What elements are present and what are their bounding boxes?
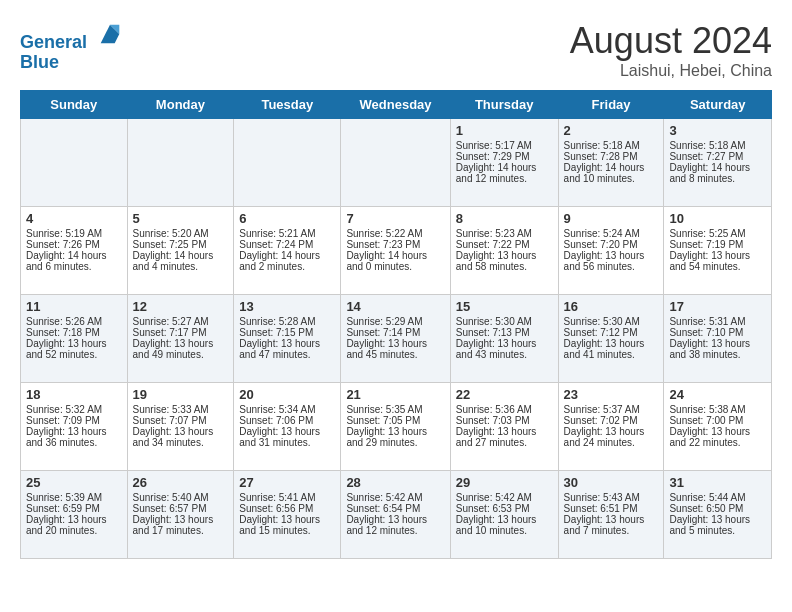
day-detail: Sunset: 6:51 PM (564, 503, 659, 514)
day-detail: Sunrise: 5:33 AM (133, 404, 229, 415)
day-detail: and 41 minutes. (564, 349, 659, 360)
day-detail: and 34 minutes. (133, 437, 229, 448)
day-detail: and 22 minutes. (669, 437, 766, 448)
day-number: 17 (669, 299, 766, 314)
calendar-cell (127, 119, 234, 207)
day-detail: Sunset: 6:53 PM (456, 503, 553, 514)
day-detail: and 4 minutes. (133, 261, 229, 272)
day-detail: and 56 minutes. (564, 261, 659, 272)
calendar-week-row: 4Sunrise: 5:19 AMSunset: 7:26 PMDaylight… (21, 207, 772, 295)
day-detail: Daylight: 13 hours (239, 338, 335, 349)
day-detail: Sunrise: 5:17 AM (456, 140, 553, 151)
day-detail: Sunrise: 5:19 AM (26, 228, 122, 239)
day-number: 15 (456, 299, 553, 314)
calendar-cell: 18Sunrise: 5:32 AMSunset: 7:09 PMDayligh… (21, 383, 128, 471)
logo: General Blue (20, 20, 124, 73)
day-detail: Sunset: 7:02 PM (564, 415, 659, 426)
day-detail: and 20 minutes. (26, 525, 122, 536)
day-number: 20 (239, 387, 335, 402)
calendar-cell: 2Sunrise: 5:18 AMSunset: 7:28 PMDaylight… (558, 119, 664, 207)
day-detail: Sunrise: 5:37 AM (564, 404, 659, 415)
calendar-cell: 31Sunrise: 5:44 AMSunset: 6:50 PMDayligh… (664, 471, 772, 559)
day-number: 12 (133, 299, 229, 314)
day-detail: Daylight: 14 hours (346, 250, 444, 261)
day-detail: Sunrise: 5:18 AM (669, 140, 766, 151)
day-detail: Sunset: 7:22 PM (456, 239, 553, 250)
day-detail: Sunset: 7:06 PM (239, 415, 335, 426)
calendar-cell: 8Sunrise: 5:23 AMSunset: 7:22 PMDaylight… (450, 207, 558, 295)
day-detail: Sunrise: 5:23 AM (456, 228, 553, 239)
day-detail: Daylight: 14 hours (564, 162, 659, 173)
location: Laishui, Hebei, China (570, 62, 772, 80)
day-detail: Sunset: 7:03 PM (456, 415, 553, 426)
calendar-cell: 1Sunrise: 5:17 AMSunset: 7:29 PMDaylight… (450, 119, 558, 207)
day-detail: Daylight: 13 hours (346, 514, 444, 525)
day-detail: and 47 minutes. (239, 349, 335, 360)
calendar-week-row: 11Sunrise: 5:26 AMSunset: 7:18 PMDayligh… (21, 295, 772, 383)
day-detail: Sunset: 7:17 PM (133, 327, 229, 338)
day-detail: Daylight: 13 hours (456, 338, 553, 349)
calendar-cell: 5Sunrise: 5:20 AMSunset: 7:25 PMDaylight… (127, 207, 234, 295)
calendar-cell: 16Sunrise: 5:30 AMSunset: 7:12 PMDayligh… (558, 295, 664, 383)
day-detail: Daylight: 14 hours (133, 250, 229, 261)
day-detail: Daylight: 13 hours (669, 426, 766, 437)
day-detail: Daylight: 14 hours (26, 250, 122, 261)
day-detail: Sunset: 6:54 PM (346, 503, 444, 514)
day-detail: and 54 minutes. (669, 261, 766, 272)
logo-icon (96, 20, 124, 48)
day-detail: and 12 minutes. (346, 525, 444, 536)
day-detail: Daylight: 13 hours (133, 514, 229, 525)
day-detail: Sunrise: 5:34 AM (239, 404, 335, 415)
day-detail: Sunrise: 5:29 AM (346, 316, 444, 327)
month-year: August 2024 (570, 20, 772, 62)
day-detail: Sunrise: 5:40 AM (133, 492, 229, 503)
calendar-cell: 20Sunrise: 5:34 AMSunset: 7:06 PMDayligh… (234, 383, 341, 471)
day-detail: Sunset: 7:12 PM (564, 327, 659, 338)
calendar-week-row: 1Sunrise: 5:17 AMSunset: 7:29 PMDaylight… (21, 119, 772, 207)
day-detail: and 10 minutes. (456, 525, 553, 536)
day-detail: Daylight: 13 hours (26, 338, 122, 349)
day-detail: and 0 minutes. (346, 261, 444, 272)
day-detail: Sunrise: 5:21 AM (239, 228, 335, 239)
day-number: 30 (564, 475, 659, 490)
day-detail: Daylight: 13 hours (456, 514, 553, 525)
calendar-cell: 29Sunrise: 5:42 AMSunset: 6:53 PMDayligh… (450, 471, 558, 559)
day-detail: Sunset: 7:10 PM (669, 327, 766, 338)
day-detail: Sunset: 6:56 PM (239, 503, 335, 514)
calendar-table: SundayMondayTuesdayWednesdayThursdayFrid… (20, 90, 772, 559)
day-detail: and 36 minutes. (26, 437, 122, 448)
day-detail: Sunset: 7:13 PM (456, 327, 553, 338)
day-detail: Daylight: 13 hours (133, 338, 229, 349)
day-detail: Sunrise: 5:31 AM (669, 316, 766, 327)
day-detail: Sunset: 7:14 PM (346, 327, 444, 338)
calendar-cell: 24Sunrise: 5:38 AMSunset: 7:00 PMDayligh… (664, 383, 772, 471)
day-number: 23 (564, 387, 659, 402)
day-detail: Daylight: 13 hours (239, 426, 335, 437)
day-detail: Daylight: 13 hours (26, 426, 122, 437)
day-detail: Daylight: 13 hours (133, 426, 229, 437)
day-detail: and 12 minutes. (456, 173, 553, 184)
day-header-friday: Friday (558, 91, 664, 119)
day-number: 1 (456, 123, 553, 138)
title-block: August 2024 Laishui, Hebei, China (570, 20, 772, 80)
day-detail: and 31 minutes. (239, 437, 335, 448)
calendar-cell: 26Sunrise: 5:40 AMSunset: 6:57 PMDayligh… (127, 471, 234, 559)
day-number: 10 (669, 211, 766, 226)
day-number: 2 (564, 123, 659, 138)
day-detail: Sunset: 7:15 PM (239, 327, 335, 338)
day-detail: and 2 minutes. (239, 261, 335, 272)
day-detail: Sunset: 7:18 PM (26, 327, 122, 338)
day-detail: Daylight: 14 hours (669, 162, 766, 173)
day-detail: Sunset: 7:00 PM (669, 415, 766, 426)
calendar-cell: 10Sunrise: 5:25 AMSunset: 7:19 PMDayligh… (664, 207, 772, 295)
day-detail: Sunset: 7:28 PM (564, 151, 659, 162)
day-number: 14 (346, 299, 444, 314)
day-detail: Sunset: 7:29 PM (456, 151, 553, 162)
calendar-cell: 27Sunrise: 5:41 AMSunset: 6:56 PMDayligh… (234, 471, 341, 559)
day-number: 22 (456, 387, 553, 402)
day-number: 27 (239, 475, 335, 490)
day-number: 18 (26, 387, 122, 402)
day-detail: Sunset: 7:19 PM (669, 239, 766, 250)
day-detail: and 58 minutes. (456, 261, 553, 272)
day-detail: Sunrise: 5:25 AM (669, 228, 766, 239)
